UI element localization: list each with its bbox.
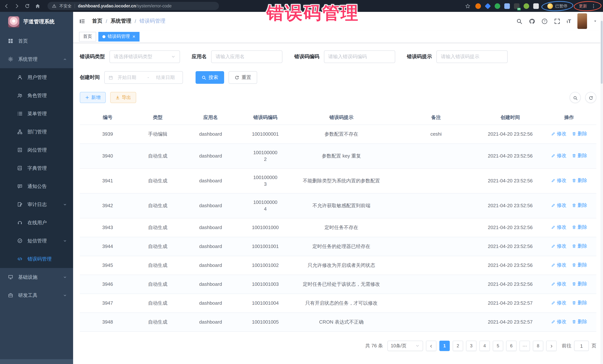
browser-reload-icon[interactable] [24,3,30,9]
page-button-5[interactable]: 5 [493,341,503,351]
sidebar-item-系统管理[interactable]: 系统管理 [0,50,73,68]
refresh-table-button[interactable] [585,92,596,103]
browser-update-chip[interactable]: 更新 [576,2,599,10]
delete-link[interactable]: 删除 [572,177,587,184]
cell-type: 自动生成 [135,218,180,237]
edit-link[interactable]: 修改 [551,152,567,159]
sidebar-item-研发工具[interactable]: 研发工具 [0,286,73,304]
delete-link[interactable]: 删除 [572,243,587,249]
extension-dark-on-icon[interactable]: on [514,3,520,9]
extension-tiles-icon[interactable] [504,3,510,9]
delete-link[interactable]: 删除 [572,262,587,268]
sidebar-logo-row[interactable]: 芋道管理系统 [0,12,73,32]
user-avatar[interactable] [577,13,587,29]
browser-menu-icon[interactable] [591,3,596,9]
page-scrollbar[interactable] [600,12,603,364]
toggle-search-button[interactable] [570,92,581,103]
sidebar-item-字典管理[interactable]: 字典管理 [0,159,73,177]
github-icon[interactable] [529,18,535,24]
tab-active[interactable]: 错误码管理× [98,32,139,41]
extension-puzzle-icon[interactable] [533,3,539,9]
reset-button[interactable]: 重置 [229,71,257,84]
delete-link[interactable]: 删除 [572,224,587,231]
browser-forward-icon[interactable] [14,3,20,9]
page-button-4[interactable]: 4 [479,341,490,351]
date-range-picker[interactable]: 开始日期 - 结束日期 [104,71,183,84]
error-type-select[interactable]: 请选择错误码类型 [109,50,180,63]
breadcrumb-link[interactable]: 首页 [92,18,103,24]
error-code-input[interactable]: 请输入错误码编码 [324,50,395,63]
profile-avatar[interactable] [547,3,553,9]
sidebar-item-审计日志[interactable]: 审计日志 [0,195,73,213]
hamburger-icon[interactable] [79,18,85,24]
delete-link[interactable]: 删除 [572,318,587,325]
page-button-3[interactable]: 3 [466,341,476,351]
breadcrumb-link[interactable]: 系统管理 [111,18,131,24]
sidebar-item-部门管理[interactable]: 部门管理 [0,123,73,141]
filter-error-code: 错误码编码 请输入错误码编码 [294,50,395,63]
browser-profile-chip[interactable]: 已暂停 [544,2,571,10]
browser-home-icon[interactable] [35,3,40,9]
sidebar-item-通知公告[interactable]: 通知公告 [0,177,73,195]
extension-blue-gem-icon[interactable] [485,3,491,9]
delete-link[interactable]: 删除 [572,281,587,287]
add-button[interactable]: 新增 [80,92,106,103]
cell-message: 只允许修改为开启或者关闭状态 [290,256,393,275]
export-button[interactable]: 导出 [110,92,136,103]
page-size-select[interactable]: 10条/页 [387,341,423,351]
cell-code: 1001001002 [241,256,290,275]
sidebar-item-首页[interactable]: 首页 [0,32,73,50]
bookmark-star-icon[interactable] [465,3,471,9]
error-message-input[interactable]: 请输入错误码提示 [436,50,508,63]
user-menu-caret-icon[interactable] [593,19,597,23]
edit-link[interactable]: 修改 [551,202,567,209]
extension-leaf-icon[interactable] [524,3,529,9]
edit-link[interactable]: 修改 [551,224,567,231]
page-ellipsis[interactable]: ··· [520,341,530,351]
help-icon[interactable]: ? [541,18,548,24]
table-row: 3943自动生成dashboard1001001000定时任务不存在2021-0… [80,218,596,237]
font-size-icon[interactable]: tT [567,18,571,24]
cell-code: 100100000 4 [241,193,290,218]
edit-link[interactable]: 修改 [551,281,567,287]
breadcrumb-current: 错误码管理 [139,18,165,24]
page-button-1[interactable]: 1 [439,341,450,351]
search-button[interactable]: 搜索 [196,71,224,84]
page-button-6[interactable]: 6 [506,341,517,351]
extension-green-circle-icon[interactable] [495,3,500,9]
edit-link[interactable]: 修改 [551,131,567,137]
page-button-8[interactable]: 8 [533,341,543,351]
app-name-input[interactable]: 请输入应用名 [211,50,282,63]
sidebar-item-基础设施[interactable]: 基础设施 [0,268,73,286]
delete-link[interactable]: 删除 [572,152,587,159]
prev-page-button[interactable] [426,341,436,351]
sidebar-item-在线用户[interactable]: 在线用户 [0,213,73,232]
sidebar-item-短信管理[interactable]: 短信管理 [0,232,73,250]
goto-page-input[interactable]: 1 [574,341,589,351]
sidebar-item-用户管理[interactable]: 用户管理 [0,68,73,86]
table-row: 3944自动生成dashboard1001001001定时任务的处理器已经存在2… [80,237,596,256]
sidebar-item-角色管理[interactable]: 角色管理 [0,86,73,105]
scrollbar-thumb[interactable] [601,21,603,84]
delete-link[interactable]: 删除 [572,131,587,137]
edit-link[interactable]: 修改 [551,318,567,325]
page-button-2[interactable]: 2 [453,341,463,351]
delete-link[interactable]: 删除 [572,299,587,306]
address-bar[interactable]: 不安全 dashboard.yudao.iocoder.cn/system/er… [47,2,219,10]
extension-orange-circle-icon[interactable] [475,3,481,9]
reset-button-label: 重置 [242,74,251,81]
edit-link[interactable]: 修改 [551,262,567,268]
sidebar-item-岗位管理[interactable]: 岗位管理 [0,141,73,159]
next-page-button[interactable] [546,341,557,351]
edit-link[interactable]: 修改 [551,299,567,306]
delete-link[interactable]: 删除 [572,202,587,209]
browser-back-icon[interactable] [4,3,9,9]
sidebar-item-菜单管理[interactable]: 菜单管理 [0,105,73,123]
fullscreen-icon[interactable] [554,18,560,24]
search-icon[interactable] [516,18,522,24]
edit-link[interactable]: 修改 [551,177,567,184]
sidebar-item-错误码管理[interactable]: 错误码管理 [0,250,73,268]
edit-link[interactable]: 修改 [551,243,567,249]
close-tab-icon[interactable]: × [132,34,135,39]
tab-inactive[interactable]: 首页 [79,32,96,41]
